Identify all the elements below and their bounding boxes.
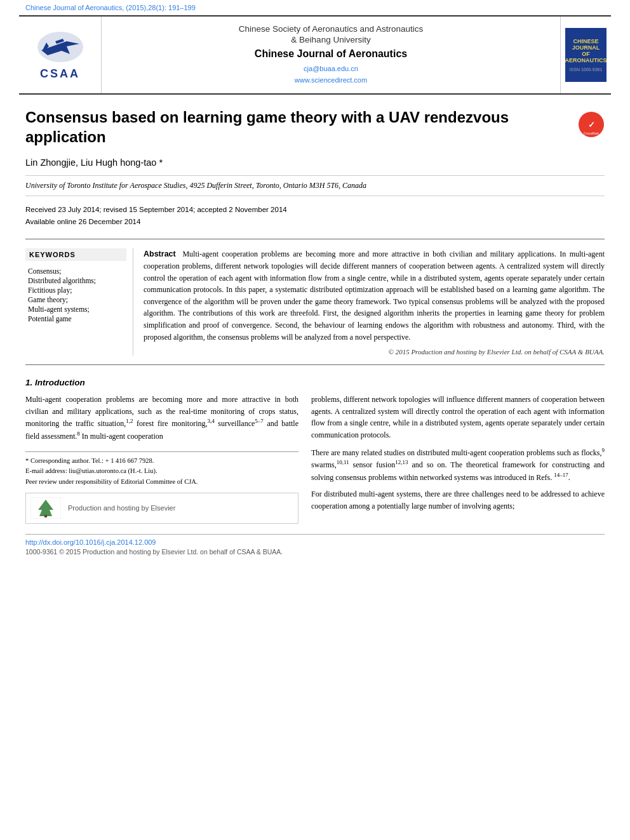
citation-text: Chinese Journal of Aeronautics, (2015),2…: [25, 4, 196, 11]
svg-rect-10: [44, 515, 47, 517]
dates-line1: Received 23 July 2014; revised 15 Septem…: [25, 204, 605, 217]
intro-p2-text2: swarms,: [311, 460, 337, 469]
affiliation: University of Toronto Institute for Aero…: [25, 175, 605, 196]
intro-p2-sup3: 12,13: [395, 459, 408, 465]
intro-para2-right: There are many related studies on distri…: [311, 446, 605, 484]
journal-contact: cja@buaa.edu.cn www.sciencedirect.com: [295, 63, 367, 86]
keyword-1: Consensus;: [25, 267, 126, 275]
intro-sup1: 1,2: [126, 418, 133, 424]
two-column-layout: Multi-agent cooperation problems are bec…: [25, 394, 605, 524]
keyword-3: Fictitious play;: [25, 286, 126, 294]
footnote-star: * Corresponding author. Tel.: + 1 416 66…: [25, 456, 298, 467]
footnote-section: * Corresponding author. Tel.: + 1 416 66…: [25, 451, 298, 524]
intro-p2-text5: .: [568, 473, 570, 482]
title-section: ✓ CrossMark Consensus based on learning …: [25, 107, 605, 147]
abstract-section: KEYWORDS Consensus; Distributed algorith…: [25, 239, 605, 366]
intro-sup2: 3,4: [208, 418, 215, 424]
journal-thumbnail: CHINESEJOURNALOFAERONAUTICS ISSN 1000-93…: [560, 17, 611, 93]
keyword-5: Multi-agent systems;: [25, 305, 126, 313]
elsevier-logo-row: Production and hosting by Elsevier: [25, 493, 298, 524]
intro-p1-text5: In multi-agent cooperation: [80, 432, 163, 441]
csaa-plane-svg: [35, 30, 86, 65]
journal-header: CSAA Chinese Society of Aeronautics and …: [19, 15, 611, 95]
column-left: Multi-agent cooperation problems are bec…: [25, 394, 298, 524]
footnote-email: E-mail address: liu@utias.utoronto.ca (H…: [25, 466, 298, 477]
issn-text: 1000-9361 © 2015 Production and hosting …: [25, 548, 605, 556]
elsevier-caption: Production and hosting by Elsevier: [68, 504, 175, 512]
authors-text: Lin Zhongjie, Liu Hugh hong-tao *: [25, 157, 163, 168]
footnote-peer: Peer review under responsibility of Edit…: [25, 477, 298, 488]
svg-text:CrossMark: CrossMark: [584, 131, 600, 135]
dates: Received 23 July 2014; revised 15 Septem…: [25, 204, 605, 229]
intro-sup3: 5–7: [255, 418, 264, 424]
journal-center-info: Chinese Society of Aeronautics and Astro…: [102, 17, 560, 93]
intro-para1: Multi-agent cooperation problems are bec…: [25, 394, 298, 442]
intro-p1-text2: forest fire monitoring,: [133, 419, 207, 428]
crossmark-badge: ✓ CrossMark: [578, 111, 605, 140]
csaa-acronym: CSAA: [40, 67, 80, 81]
society-line1: Chinese Society of Aeronautics and Astro…: [239, 24, 423, 34]
keywords-title: KEYWORDS: [25, 248, 126, 261]
intro-p2-sup2: 10,11: [337, 459, 349, 465]
abstract-body-text: Multi-agent cooperation problems are bec…: [144, 250, 605, 342]
keyword-4: Game theory;: [25, 296, 126, 303]
elsevier-logo: [30, 497, 62, 519]
thumb-issn: ISSN 1000-9361: [570, 67, 603, 72]
keyword-2: Distributed algorithms;: [25, 277, 126, 284]
intro-p2-sup1: 9: [602, 447, 605, 453]
dates-line2: Available online 26 December 2014: [25, 216, 605, 229]
affiliation-text: University of Toronto Institute for Aero…: [25, 181, 366, 190]
keywords-box: KEYWORDS Consensus; Distributed algorith…: [25, 248, 133, 356]
introduction-section: 1. Introduction Multi-agent cooperation …: [25, 378, 605, 524]
section-1-title: 1. Introduction: [25, 378, 605, 387]
society-line2: & Beihang University: [291, 35, 370, 44]
intro-para3-right: For distributed multi-agent systems, the…: [311, 488, 605, 512]
intro-p2-text3: sensor fusion: [349, 460, 396, 469]
paper-title: Consensus based on learning game theory …: [25, 107, 605, 147]
svg-text:✓: ✓: [588, 120, 595, 130]
doi-link[interactable]: http://dx.doi.org/10.1016/j.cja.2014.12.…: [25, 538, 605, 546]
intro-p2-sup4: 14–17: [554, 472, 568, 478]
thumb-cover: CHINESEJOURNALOFAERONAUTICS ISSN 1000-93…: [565, 28, 607, 82]
column-right: problems, different network topologies w…: [311, 394, 605, 524]
abstract-text: Abstract Multi-agent cooperation problem…: [144, 248, 605, 343]
abstract-box: Abstract Multi-agent cooperation problem…: [144, 248, 605, 356]
journal-citation: Chinese Journal of Aeronautics, (2015),2…: [0, 0, 630, 15]
thumb-text: CHINESEJOURNALOFAERONAUTICS: [565, 38, 607, 63]
abstract-label: Abstract: [144, 250, 176, 258]
journal-website[interactable]: www.sciencedirect.com: [295, 76, 367, 84]
journal-full-title: Chinese Journal of Aeronautics: [255, 48, 407, 60]
main-content: ✓ CrossMark Consensus based on learning …: [0, 95, 630, 568]
intro-para1-right: problems, different network topologies w…: [311, 394, 605, 441]
journal-email[interactable]: cja@buaa.edu.cn: [304, 65, 358, 72]
intro-p2-text1: There are many related studies on distri…: [311, 448, 602, 457]
page-container: Chinese Journal of Aeronautics, (2015),2…: [0, 0, 630, 840]
copyright-line: © 2015 Production and hosting by Elsevie…: [144, 348, 605, 356]
bottom-links: http://dx.doi.org/10.1016/j.cja.2014.12.…: [25, 534, 605, 556]
csaa-logo: CSAA: [19, 17, 102, 93]
intro-p1-text3: surveillance: [215, 419, 255, 428]
keyword-6: Potential game: [25, 315, 126, 323]
authors: Lin Zhongjie, Liu Hugh hong-tao *: [25, 157, 605, 168]
